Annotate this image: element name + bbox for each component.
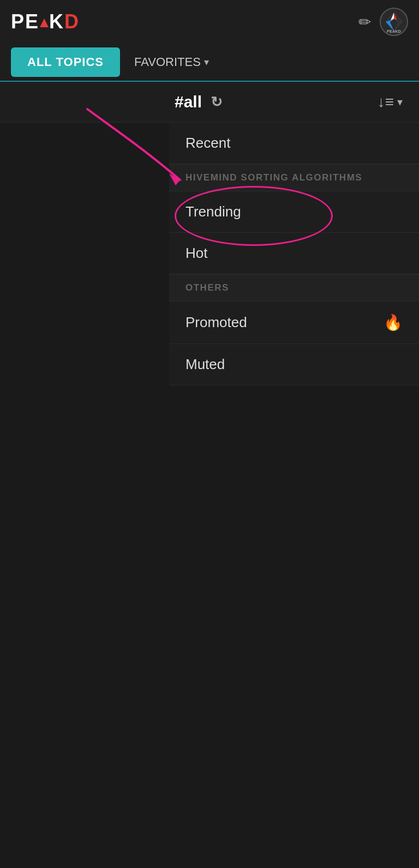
- sort-chevron-icon: ▾: [397, 95, 403, 108]
- logo-k: K: [49, 10, 64, 33]
- remaining-background: [0, 385, 419, 713]
- hash-all-section: #all ↻: [175, 93, 223, 111]
- logo-peak: PE: [11, 10, 39, 33]
- dropdown-item-muted[interactable]: Muted: [169, 344, 419, 385]
- avatar[interactable]: PEAKD: [380, 8, 408, 36]
- logo-d: D: [64, 10, 80, 33]
- favorites-button[interactable]: FAVORITES ▾: [125, 50, 218, 75]
- app-header: PEKD ✏ PEAKD: [0, 0, 419, 44]
- dropdown-item-trending[interactable]: Trending: [169, 191, 419, 233]
- promoted-label: Promoted: [185, 314, 247, 331]
- logo[interactable]: PEKD: [11, 10, 80, 33]
- sort-controls[interactable]: ↓≡ ▾: [378, 93, 403, 111]
- dropdown-item-recent[interactable]: Recent: [169, 123, 419, 164]
- logo-triangle-icon: [40, 19, 49, 27]
- dropdown-menu: Recent HIVEMIND SORTING ALGORITHMS Trend…: [169, 123, 419, 385]
- edit-icon[interactable]: ✏: [358, 13, 371, 31]
- sort-icon: ↓≡: [378, 93, 394, 111]
- chevron-down-icon: ▾: [204, 56, 209, 68]
- hash-bar: #all ↻ ↓≡ ▾: [0, 82, 419, 123]
- refresh-icon[interactable]: ↻: [211, 94, 223, 111]
- fire-icon: 🔥: [384, 314, 403, 331]
- trending-wrapper: Trending: [169, 191, 419, 233]
- favorites-label: FAVORITES: [134, 55, 201, 69]
- dropdown-section-hivemind: HIVEMIND SORTING ALGORITHMS: [169, 164, 419, 191]
- content-area: #all ↻ ↓≡ ▾ Recent HIVEMIND SORTING ALGO…: [0, 82, 419, 713]
- logo-text: PEKD: [11, 10, 80, 33]
- hash-all-label: #all: [175, 93, 202, 111]
- dropdown-item-promoted[interactable]: Promoted 🔥: [169, 302, 419, 344]
- svg-text:PEAKD: PEAKD: [387, 29, 401, 34]
- avatar-image: PEAKD: [381, 8, 407, 36]
- dropdown-section-others: OTHERS: [169, 274, 419, 302]
- nav-bar: ALL TOPICS FAVORITES ▾: [0, 44, 419, 82]
- all-topics-button[interactable]: ALL TOPICS: [11, 47, 120, 77]
- dropdown-item-hot[interactable]: Hot: [169, 233, 419, 274]
- header-icons: ✏ PEAKD: [358, 8, 408, 36]
